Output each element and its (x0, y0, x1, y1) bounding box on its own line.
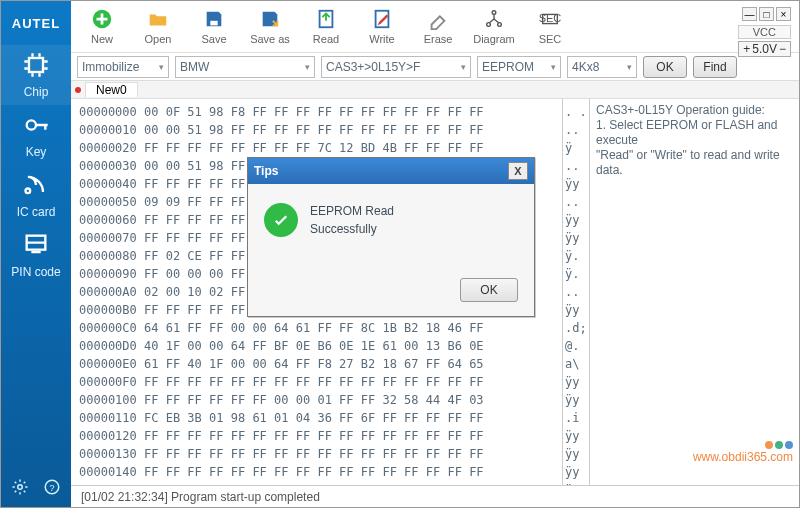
diagram-icon (483, 8, 505, 32)
sidebar-label: PIN code (11, 265, 60, 279)
dialog-body: EEPROM Read Successfully (248, 184, 534, 242)
vcc-plus[interactable]: + (743, 42, 750, 56)
vcc-panel: VCC + 5.0V − (738, 25, 791, 57)
help-icon[interactable]: ? (43, 478, 61, 499)
dialog-titlebar[interactable]: Tips X (248, 158, 534, 184)
sidebar-bottom-row: ? (1, 478, 71, 499)
tool-sec[interactable]: SEC SEC (529, 8, 571, 45)
key-icon (22, 111, 50, 142)
ascii-column: . . .. ÿ . .. ÿy .. ÿy ÿy ÿ. ÿ. .. ÿy .d… (563, 99, 589, 485)
tool-diagram[interactable]: Diagram (473, 8, 515, 45)
sidebar-label: Chip (24, 85, 49, 99)
tool-new[interactable]: New (81, 8, 123, 45)
tab-hex[interactable]: New0 (85, 82, 138, 97)
svg-rect-7 (210, 21, 217, 26)
find-button[interactable]: Find (693, 56, 737, 78)
chevron-down-icon: ▾ (159, 62, 164, 72)
settings-icon[interactable] (11, 478, 29, 499)
chevron-down-icon: ▾ (461, 62, 466, 72)
window-maximize[interactable]: □ (759, 7, 774, 21)
tool-label: Open (145, 33, 172, 45)
tool-label: Write (369, 33, 394, 45)
sidebar-label: IC card (17, 205, 56, 219)
window-controls: — □ × (742, 7, 791, 21)
window-minimize[interactable]: — (742, 7, 757, 21)
chevron-down-icon: ▾ (305, 62, 310, 72)
window-close[interactable]: × (776, 7, 791, 21)
svg-rect-0 (29, 58, 43, 72)
status-text: [01/02 21:32:34] Program start-up comple… (81, 490, 320, 504)
tool-label: Erase (424, 33, 453, 45)
operation-guide: CAS3+-0L15Y Operation guide: 1. Select E… (589, 99, 799, 485)
chip-icon (22, 51, 50, 82)
sidebar-item-chip[interactable]: Chip (1, 45, 71, 105)
svg-text:SEC: SEC (539, 12, 561, 24)
sidebar-label: Key (26, 145, 47, 159)
guide-line: 1. Select EEPROM or FLASH and execute (596, 118, 793, 148)
status-bar: [01/02 21:32:34] Program start-up comple… (71, 485, 799, 507)
svg-point-1 (27, 120, 36, 129)
tool-read[interactable]: Read (305, 8, 347, 45)
combo-brand[interactable]: BMW▾ (175, 56, 315, 78)
read-icon (315, 8, 337, 32)
tool-label: New (91, 33, 113, 45)
dialog-message: EEPROM Read Successfully (310, 202, 394, 238)
success-check-icon (264, 203, 298, 237)
dialog-close-button[interactable]: X (508, 162, 528, 180)
sec-icon: SEC (539, 8, 561, 32)
guide-line: "Read" or "Write" to read and write data… (596, 148, 793, 178)
app-window: AUTEL Chip Key IC card PIN code ? — □ × (0, 0, 800, 508)
vcc-minus[interactable]: − (779, 42, 786, 56)
tool-erase[interactable]: Erase (417, 8, 459, 45)
ok-button[interactable]: OK (643, 56, 687, 78)
tool-write[interactable]: Write (361, 8, 403, 45)
tool-label: Save (201, 33, 226, 45)
erase-icon (427, 8, 449, 32)
open-icon (147, 8, 169, 32)
dialog-ok-button[interactable]: OK (460, 278, 518, 302)
sidebar-item-key[interactable]: Key (1, 105, 71, 165)
modified-dot-icon (75, 87, 81, 93)
tips-dialog: Tips X EEPROM Read Successfully OK (247, 157, 535, 317)
new-icon (91, 8, 113, 32)
svg-text:?: ? (49, 483, 54, 493)
sidebar-item-iccard[interactable]: IC card (1, 165, 71, 225)
svg-point-12 (498, 23, 502, 27)
left-sidebar: AUTEL Chip Key IC card PIN code ? (1, 1, 71, 508)
tool-saveas[interactable]: Save as (249, 8, 291, 45)
svg-point-3 (18, 485, 23, 490)
selector-row: Immobilize▾ BMW▾ CAS3+>0L15Y>F▾ EEPROM▾ … (71, 53, 799, 81)
combo-type[interactable]: Immobilize▾ (77, 56, 169, 78)
vcc-value-control[interactable]: + 5.0V − (738, 41, 791, 57)
save-icon (203, 8, 225, 32)
sidebar-item-pincode[interactable]: PIN code (1, 225, 71, 285)
tool-label: SEC (539, 33, 562, 45)
tool-open[interactable]: Open (137, 8, 179, 45)
chevron-down-icon: ▾ (627, 62, 632, 72)
combo-size[interactable]: 4Kx8▾ (567, 56, 637, 78)
guide-title: CAS3+-0L15Y Operation guide: (596, 103, 793, 118)
vcc-label: VCC (738, 25, 791, 39)
toolbar: New Open Save Save as Read Write (71, 1, 799, 53)
tab-bar: New0 (71, 81, 799, 99)
iccard-icon (22, 171, 50, 202)
tool-label: Diagram (473, 33, 515, 45)
brand-logo: AUTEL (1, 1, 71, 45)
dialog-title: Tips (254, 164, 278, 178)
svg-point-10 (492, 11, 496, 15)
tool-label: Save as (250, 33, 290, 45)
pincode-icon (22, 231, 50, 262)
combo-model[interactable]: CAS3+>0L15Y>F▾ (321, 56, 471, 78)
tool-label: Read (313, 33, 339, 45)
tool-save[interactable]: Save (193, 8, 235, 45)
svg-point-11 (487, 23, 491, 27)
combo-memtype[interactable]: EEPROM▾ (477, 56, 561, 78)
write-icon (371, 8, 393, 32)
vcc-value: 5.0V (752, 42, 777, 56)
chevron-down-icon: ▾ (551, 62, 556, 72)
saveas-icon (259, 8, 281, 32)
